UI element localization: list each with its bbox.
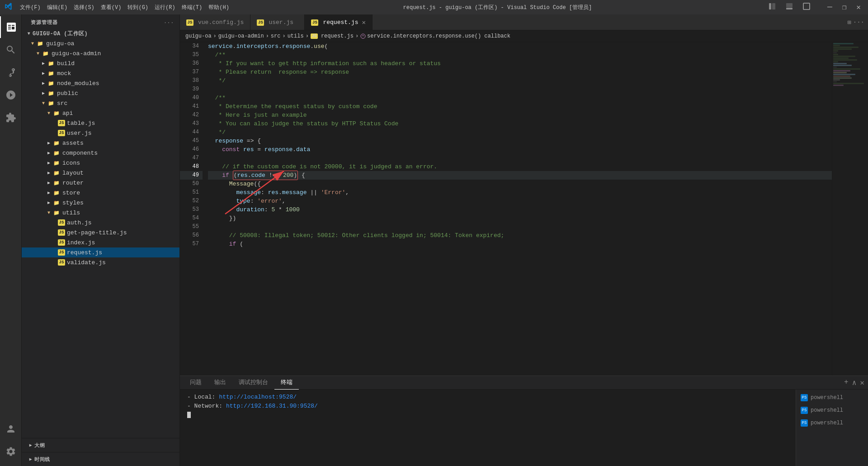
svg-rect-4 [803, 3, 810, 10]
terminal-network-link[interactable]: http://192.168.31.90:9528/ [226, 403, 318, 409]
folder-icon: 📁 [52, 209, 61, 216]
tab-vue-config[interactable]: JS vue.config.js [180, 14, 250, 30]
outline-header[interactable]: ▶ 大纲 [22, 440, 179, 450]
panel-close-icon[interactable]: ✕ [860, 378, 864, 387]
sidebar-item-src[interactable]: ▼ 📁 src [22, 98, 179, 108]
panel-add-icon[interactable]: + [844, 378, 849, 387]
sidebar-item-styles[interactable]: ▶ 📁 styles [22, 198, 179, 208]
sidebar-item-assets[interactable]: ▶ 📁 assets [22, 138, 179, 148]
breadcrumb-sep: › [282, 33, 285, 39]
tree-label: build [57, 60, 75, 67]
panel-collapse-icon[interactable]: ∧ [852, 378, 857, 387]
sidebar-tree: ▼ GUIGU-OA (工作区) ▼ 📁 guigu-oa ▼ 📁 guigu-… [22, 29, 179, 438]
code-line-48: // if the custom code is not 20000, it i… [208, 162, 832, 171]
timeline-chevron: ▶ [27, 456, 34, 463]
activity-run-debug[interactable] [0, 84, 22, 106]
minimize-button[interactable]: ─ [825, 2, 835, 12]
sidebar-item-get-page-title-js[interactable]: ▶ JS get-page-title.js [22, 228, 179, 238]
layout-sidebar-icon[interactable] [766, 2, 778, 13]
menu-run[interactable]: 运行(R) [155, 4, 175, 11]
tree-label: assets [62, 140, 84, 147]
editor-area: JS vue.config.js JS user.js JS request.j… [180, 14, 868, 466]
activity-explorer[interactable] [0, 16, 22, 38]
timeline-header[interactable]: ▶ 时间线 [22, 454, 179, 464]
tab-user-js[interactable]: JS user.js [250, 14, 305, 30]
sidebar-item-index-js[interactable]: ▶ JS index.js [22, 238, 179, 247]
panel-tab-terminal[interactable]: 终端 [274, 376, 299, 390]
menu-edit[interactable]: 编辑(E) [47, 4, 68, 11]
layout-fullscreen-icon[interactable] [800, 2, 813, 13]
sidebar-header-icons[interactable]: ··· [164, 20, 174, 25]
breadcrumb-part[interactable]: utils [288, 33, 304, 39]
sidebar-item-node-modules[interactable]: ▶ 📁 node_modules [22, 78, 179, 88]
code-editor[interactable]: service.interceptors.response.use( /** *… [203, 42, 832, 376]
sidebar-item-request-js[interactable]: ▶ JS request.js [22, 247, 179, 257]
activity-bar [0, 14, 22, 466]
sidebar-item-layout[interactable]: ▶ 📁 layout [22, 168, 179, 178]
sidebar-item-utils[interactable]: ▼ 📁 utils [22, 208, 179, 218]
activity-settings[interactable] [0, 441, 22, 462]
sidebar-item-guigu-oa-admin[interactable]: ▼ 📁 guigu-oa-admin [22, 48, 179, 58]
sidebar-title: 资源管理器 [31, 19, 58, 26]
close-button[interactable]: ✕ [854, 2, 863, 13]
menu-goto[interactable]: 转到(G) [127, 4, 148, 11]
panel-tab-problems[interactable]: 问题 [184, 376, 208, 390]
sidebar-item-components[interactable]: ▶ 📁 components [22, 148, 179, 158]
sidebar-item-router[interactable]: ▶ 📁 router [22, 178, 179, 188]
breadcrumb-part[interactable]: service.interceptors.response.use() call… [360, 33, 510, 39]
terminal-local-link[interactable]: http://localhost:9528/ [219, 394, 297, 400]
maximize-button[interactable]: ❐ [840, 2, 849, 13]
folder-chevron: ▶ [40, 90, 47, 97]
sidebar-item-user-js-api[interactable]: ▶ JS user.js [22, 128, 179, 138]
sidebar-item-icons[interactable]: ▶ 📁 icons [22, 158, 179, 168]
line-numbers: 34 35 36 37 38 39 40 41 42 43 44 45 46 4… [180, 42, 203, 376]
tree-label: guigu-oa [46, 40, 74, 47]
panel-tab-output[interactable]: 输出 [208, 376, 232, 390]
activity-account[interactable] [0, 418, 22, 440]
menu-view[interactable]: 查看(V) [101, 4, 122, 11]
tab-close-button[interactable]: ✕ [362, 19, 365, 26]
code-line-45: response => { [208, 137, 832, 145]
breadcrumb-part[interactable]: guigu-oa [185, 33, 212, 39]
terminal-line-local: - Local: http://localhost:9528/ [187, 392, 788, 401]
js-badge: JS [58, 219, 65, 226]
panel-tab-debug-console[interactable]: 调试控制台 [232, 376, 274, 390]
sidebar-item-table-js[interactable]: ▶ JS table.js [22, 118, 179, 128]
code-line-46: const res = response.data [208, 145, 832, 154]
sidebar-item-public[interactable]: ▶ 📁 public [22, 88, 179, 98]
tree-label: get-page-title.js [67, 229, 127, 236]
menu-file[interactable]: 文件(F) [20, 4, 41, 11]
svg-rect-1 [772, 3, 775, 10]
folder-chevron: ▶ [45, 149, 52, 157]
folder-chevron: ▶ [45, 139, 52, 147]
split-editor-icon[interactable]: ⊞ [847, 19, 851, 26]
menu-select[interactable]: 选择(S) [74, 4, 94, 11]
sidebar-item-store[interactable]: ▶ 📁 store [22, 188, 179, 198]
sidebar-item-build[interactable]: ▶ 📁 build [22, 58, 179, 68]
activity-extensions[interactable] [0, 107, 22, 128]
code-line-56: // 50008: Illegal token; 50012: Other cl… [208, 231, 832, 240]
sidebar-item-mock[interactable]: ▶ 📁 mock [22, 68, 179, 78]
sidebar-item-auth-js[interactable]: ▶ JS auth.js [22, 218, 179, 228]
ps-tab-2[interactable]: PS powershell [796, 404, 868, 417]
activity-source-control[interactable] [0, 62, 22, 83]
activity-search[interactable] [0, 39, 22, 61]
sidebar-item-guigu-oa[interactable]: ▼ 📁 guigu-oa [22, 38, 179, 48]
workspace-label: GUIGU-OA (工作区) [33, 30, 88, 38]
code-line-53: duration: 5 * 1000 [208, 205, 832, 214]
tab-request-js[interactable]: JS request.js ✕ [305, 14, 372, 30]
more-actions-icon[interactable]: ··· [853, 19, 864, 26]
breadcrumb-part[interactable]: JS request.js [311, 33, 354, 39]
sidebar-item-workspace[interactable]: ▼ GUIGU-OA (工作区) [22, 29, 179, 38]
sidebar-item-validate-js[interactable]: ▶ JS validate.js [22, 257, 179, 267]
code-line-50: Message({ [208, 180, 832, 188]
breadcrumb-part[interactable]: src [271, 33, 281, 39]
layout-panel-icon[interactable] [783, 2, 796, 13]
menu-help[interactable]: 帮助(H) [208, 4, 229, 11]
ps-tab-1[interactable]: PS powershell [796, 391, 868, 404]
menu-terminal[interactable]: 终端(T) [182, 4, 203, 11]
breadcrumb-part[interactable]: guigu-oa-admin [218, 33, 264, 39]
folder-chevron: ▼ [29, 40, 36, 47]
sidebar-item-api[interactable]: ▼ 📁 api [22, 108, 179, 118]
ps-tab-3[interactable]: PS powershell [796, 417, 868, 429]
